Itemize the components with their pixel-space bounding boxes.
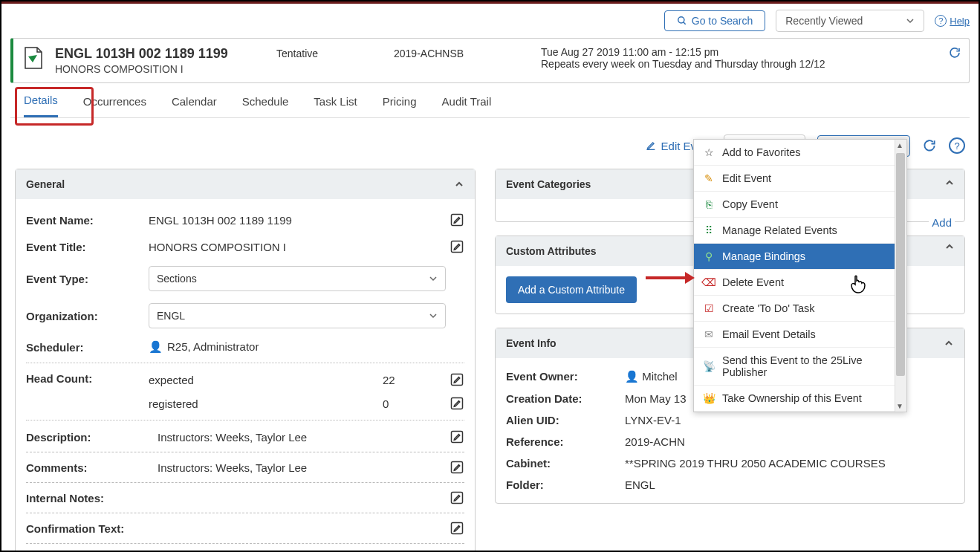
chevron-down-icon	[429, 311, 438, 320]
comments-label: Comments:	[26, 461, 149, 474]
menu-delete-event[interactable]: ⌫Delete Event	[694, 270, 906, 296]
tabs: Details Occurrences Calendar Schedule Ta…	[10, 83, 970, 118]
help-icon[interactable]: ?	[949, 137, 965, 154]
collapse-icon[interactable]	[454, 179, 464, 189]
svg-line-1	[684, 22, 686, 25]
edit-icon[interactable]	[450, 521, 464, 536]
tab-task-list[interactable]: Task List	[314, 95, 357, 117]
help-link[interactable]: ? Help	[935, 15, 970, 27]
menu-manage-bindings[interactable]: ⚲Manage Bindings	[694, 244, 906, 270]
star-icon: ☆	[703, 146, 715, 158]
refresh-icon[interactable]	[922, 138, 937, 153]
general-panel: General Event Name: ENGL 1013H 002 1189 …	[15, 169, 476, 552]
owner-label: Event Owner:	[506, 370, 625, 383]
menu-edit-event[interactable]: ✎Edit Event	[694, 166, 906, 192]
event-type-value: Sections	[157, 273, 197, 285]
menu-manage-related[interactable]: ⠿Manage Related Events	[694, 218, 906, 244]
recently-viewed-dropdown[interactable]: Recently Viewed	[776, 10, 924, 32]
event-term: 2019-ACHNSB	[394, 46, 528, 59]
event-type-label: Event Type:	[26, 273, 149, 285]
scroll-down-icon: ▼	[896, 402, 903, 410]
edit-icon[interactable]	[450, 396, 464, 411]
chevron-down-icon	[429, 274, 438, 283]
tab-calendar[interactable]: Calendar	[172, 95, 217, 117]
pencil-icon: ✎	[703, 172, 715, 184]
organization-label: Organization:	[26, 310, 149, 322]
general-header: General	[26, 178, 65, 190]
cabinet-value: **SPRING 2019 THRU 2050 ACADEMIC COURSES	[625, 457, 886, 470]
scroll-up-icon: ▲	[896, 141, 903, 149]
user-icon: 👤	[149, 340, 163, 353]
hc-registered-label: registered	[149, 397, 383, 410]
collapse-icon[interactable]	[944, 178, 955, 188]
event-categories-header: Event Categories	[506, 178, 591, 190]
reference-value: 2019-ACHN	[625, 435, 685, 448]
hc-expected-label: expected	[149, 374, 383, 386]
tab-audit-trail[interactable]: Audit Trail	[442, 95, 492, 117]
edit-icon[interactable]	[450, 490, 464, 505]
more-actions-menu: ☆Add to Favorites ✎Edit Event ⎘Copy Even…	[693, 139, 907, 412]
menu-email-event[interactable]: ✉Email Event Details	[694, 322, 906, 348]
menu-copy-event[interactable]: ⎘Copy Event	[694, 192, 906, 218]
description-label: Description:	[26, 431, 149, 444]
related-icon: ⠿	[703, 224, 715, 236]
scheduler-value: 👤R25, Administrator	[149, 340, 464, 354]
go-to-search-button[interactable]: Go to Search	[664, 10, 766, 31]
tab-occurrences[interactable]: Occurrences	[83, 95, 146, 117]
edit-icon[interactable]	[450, 460, 464, 475]
event-status: Tentative	[276, 46, 380, 59]
go-to-search-label: Go to Search	[692, 15, 753, 27]
creation-value: Mon May 13	[625, 392, 687, 405]
edit-icon[interactable]	[450, 212, 464, 227]
tab-details[interactable]: Details	[24, 94, 58, 117]
event-time-line1: Tue Aug 27 2019 11:00 am - 12:15 pm	[541, 46, 958, 58]
edit-icon[interactable]	[450, 429, 464, 444]
cursor-icon	[848, 274, 869, 298]
add-custom-attribute-button[interactable]: Add a Custom Attribute	[506, 276, 637, 303]
svg-point-0	[678, 17, 684, 23]
annotation-arrow	[644, 269, 696, 287]
menu-take-ownership[interactable]: 👑Take Ownership of this Event	[694, 386, 906, 412]
menu-scrollbar[interactable]: ▲▼	[895, 140, 906, 412]
edit-icon[interactable]	[450, 239, 464, 254]
hc-expected-value: 22	[383, 374, 450, 386]
event-name-value: ENGL 1013H 002 1189 1199	[149, 214, 450, 227]
event-subtitle: HONORS COMPOSITION I	[55, 63, 263, 75]
event-title: ENGL 1013H 002 1189 1199	[55, 46, 263, 62]
reference-label: Reference:	[506, 435, 625, 448]
alien-value: LYNX-EV-1	[625, 414, 681, 426]
add-category-link[interactable]: Add	[929, 215, 955, 230]
menu-send-publisher[interactable]: 📡Send this Event to the 25Live Publisher	[694, 348, 906, 386]
edit-icon[interactable]	[450, 372, 464, 387]
event-type-select[interactable]: Sections	[149, 266, 446, 291]
help-icon: ?	[935, 15, 947, 27]
hc-registered-value: 0	[383, 397, 450, 410]
user-icon: 👤	[625, 370, 642, 383]
publish-icon: 📡	[703, 360, 715, 372]
head-count-label: Head Count:	[26, 372, 149, 385]
cabinet-label: Cabinet:	[506, 457, 625, 470]
refresh-icon[interactable]	[948, 46, 961, 59]
event-info-header: Event Info	[506, 337, 556, 349]
search-icon	[677, 16, 687, 26]
confirmation-text-label: Confirmation Text:	[26, 522, 149, 535]
event-time-line2: Repeats every week on Tuesday and Thursd…	[541, 58, 958, 70]
copy-icon: ⎘	[703, 198, 715, 210]
event-name-label: Event Name:	[26, 214, 149, 227]
event-title-value: HONORS COMPOSITION I	[149, 241, 450, 253]
organization-select[interactable]: ENGL	[149, 303, 446, 328]
tab-schedule[interactable]: Schedule	[242, 95, 289, 117]
email-icon: ✉	[703, 328, 715, 340]
edit-icon	[645, 140, 657, 152]
folder-label: Folder:	[506, 478, 625, 491]
document-icon	[24, 46, 42, 68]
owner-value: 👤 Mitchel	[625, 370, 678, 383]
event-title-label: Event Title:	[26, 241, 149, 253]
menu-add-favorites[interactable]: ☆Add to Favorites	[694, 140, 906, 166]
owner-icon: 👑	[703, 392, 715, 404]
tab-pricing[interactable]: Pricing	[383, 95, 417, 117]
collapse-icon[interactable]	[944, 241, 955, 252]
collapse-icon[interactable]	[944, 338, 954, 348]
bindings-icon: ⚲	[703, 250, 715, 262]
menu-create-todo[interactable]: ☑Create 'To Do' Task	[694, 296, 906, 322]
